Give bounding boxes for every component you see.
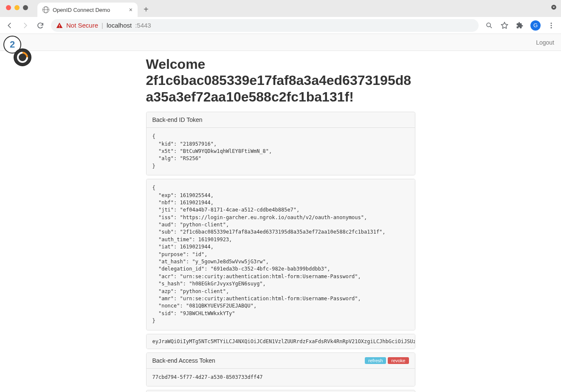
not-secure-label: Not Secure bbox=[66, 22, 98, 29]
svg-point-4 bbox=[551, 23, 552, 24]
zoom-icon[interactable] bbox=[485, 21, 494, 30]
close-tab-icon[interactable]: × bbox=[129, 6, 132, 13]
openid-logo-icon bbox=[14, 48, 31, 66]
svg-point-5 bbox=[551, 25, 552, 26]
svg-rect-2 bbox=[59, 27, 59, 27]
warning-icon bbox=[56, 22, 63, 29]
svg-point-3 bbox=[487, 23, 491, 27]
globe-icon bbox=[42, 6, 49, 13]
browser-tab[interactable]: OpenID Connect Demo × bbox=[37, 3, 138, 17]
chrome-menu-caret-icon[interactable] bbox=[551, 4, 557, 12]
panel-id-token-header: Back-end ID Token { "kid": "218957916", … bbox=[146, 112, 415, 175]
bookmark-icon[interactable] bbox=[500, 21, 509, 30]
svg-rect-1 bbox=[59, 25, 59, 26]
id-token-body-json: { "exp": 1619025544, "nbf": 1619021944, … bbox=[147, 179, 415, 330]
panel-heading: Back-end ID Token bbox=[147, 112, 415, 128]
url-host: localhost bbox=[107, 22, 132, 29]
svg-point-6 bbox=[551, 27, 552, 28]
raw-jwt-box[interactable]: eyJraWQiOiIyMTg5NTc5MTYiLCJ4NXQiOiJCdEN1… bbox=[146, 334, 415, 349]
id-token-header-json: { "kid": "218957916", "x5t": "BtCuW9YQDk… bbox=[147, 128, 415, 175]
app-logos: 2 bbox=[3, 36, 31, 66]
access-token-value: 77cbd794-5f77-4d27-a530-8503733dff47 bbox=[147, 369, 415, 386]
extensions-icon[interactable] bbox=[515, 21, 524, 30]
reload-button[interactable] bbox=[36, 21, 45, 30]
tab-title: OpenID Connect Demo bbox=[53, 7, 110, 13]
page-title: Welcome 2f1c6bac085339e17faf8a3a4ed63731… bbox=[146, 56, 415, 105]
address-bar[interactable]: Not Secure | localhost:5443 bbox=[51, 19, 479, 32]
panel-refresh-token: Back-end Refresh Token revoke 57fc30c3-f… bbox=[146, 390, 415, 392]
new-tab-button[interactable]: + bbox=[138, 2, 155, 17]
forward-button bbox=[20, 21, 30, 30]
panel-id-token-body: { "exp": 1619025544, "nbf": 1619021944, … bbox=[146, 179, 415, 330]
panel-heading: Back-end Refresh Token revoke bbox=[147, 390, 415, 392]
logout-link[interactable]: Logout bbox=[536, 39, 554, 46]
avatar[interactable]: G bbox=[530, 20, 541, 31]
kebab-menu-icon[interactable] bbox=[547, 21, 556, 30]
url-port: :5443 bbox=[135, 22, 151, 29]
revoke-button[interactable]: revoke bbox=[388, 357, 409, 364]
app-header: 2 Logout bbox=[0, 34, 561, 51]
refresh-button[interactable]: refresh bbox=[365, 357, 386, 364]
panel-access-token: Back-end Access Token refresh revoke 77c… bbox=[146, 353, 415, 386]
back-button[interactable] bbox=[5, 21, 14, 30]
panel-heading: Back-end Access Token refresh revoke bbox=[147, 353, 415, 369]
